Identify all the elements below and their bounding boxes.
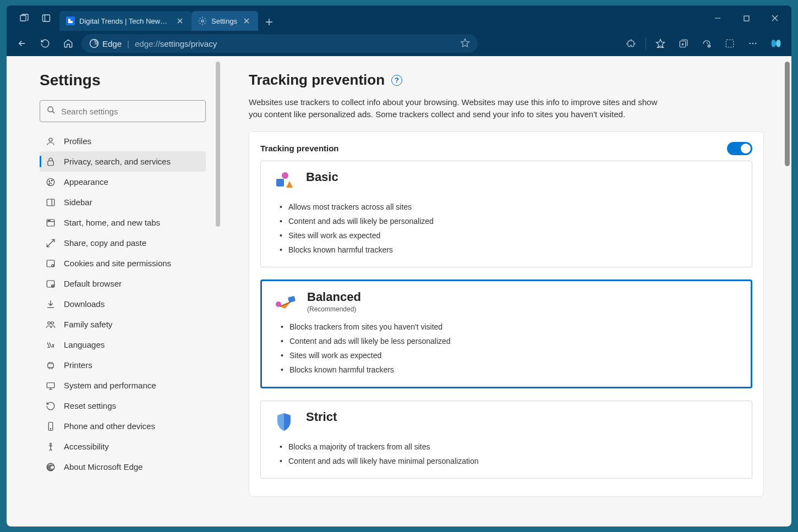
nav-icon <box>45 278 56 289</box>
nav-icon <box>45 258 56 269</box>
sidebar-item-downloads[interactable]: Downloads <box>40 294 206 314</box>
nav-icon <box>45 177 56 188</box>
tracking-option-basic[interactable]: BasicAllows most trackers across all sit… <box>260 161 752 267</box>
sidebar-item-system-and-performance[interactable]: System and performance <box>40 375 206 396</box>
sidebar-item-sidebar[interactable]: Sidebar <box>40 192 206 212</box>
toolbar: Edge | edge://settings/privacy <box>7 31 791 56</box>
sidebar-item-default-browser[interactable]: Default browser <box>40 273 206 294</box>
dt-favicon-icon <box>66 17 75 25</box>
address-bar[interactable]: Edge | edge://settings/privacy <box>81 34 478 53</box>
option-bullets: Blocks a majority of trackers from all s… <box>272 440 741 468</box>
title-bar: Digital Trends | Tech News, Revie Settin… <box>7 6 791 31</box>
home-button[interactable] <box>58 34 78 53</box>
sidebar-item-share-copy-and-paste[interactable]: Share, copy and paste <box>40 233 206 253</box>
nav-icon <box>45 401 56 412</box>
sidebar-item-accessibility[interactable]: Accessibility <box>40 436 206 457</box>
basic-icon <box>272 170 296 194</box>
sidebar-item-languages[interactable]: Languages <box>40 334 206 355</box>
tab-title: Settings <box>211 17 237 25</box>
sidebar-item-profiles[interactable]: Profiles <box>40 131 206 151</box>
svg-point-18 <box>49 180 50 182</box>
extensions-icon[interactable] <box>621 34 641 53</box>
svg-rect-39 <box>276 179 284 187</box>
address-app-label: Edge <box>102 39 122 48</box>
address-separator: | <box>127 39 129 48</box>
nav-label: Profiles <box>64 136 91 146</box>
nav-icon <box>45 299 56 310</box>
sidebar-item-privacy-search-and-services[interactable]: Privacy, search, and services <box>40 151 206 172</box>
favorites-icon[interactable] <box>651 34 670 53</box>
nav-label: System and performance <box>64 381 156 390</box>
settings-search[interactable] <box>40 100 206 122</box>
vertical-tabs-icon[interactable] <box>37 9 55 27</box>
svg-point-40 <box>276 301 281 307</box>
svg-point-30 <box>48 321 51 324</box>
svg-point-11 <box>750 43 751 44</box>
close-window-button[interactable] <box>763 9 787 27</box>
refresh-button[interactable] <box>35 34 55 53</box>
nav-icon <box>45 462 56 473</box>
nav-icon <box>45 217 56 228</box>
balanced-icon <box>273 290 297 314</box>
browser-window: Digital Trends | Tech News, Revie Settin… <box>7 6 791 526</box>
svg-point-38 <box>282 172 288 179</box>
sidebar-item-about-microsoft-edge[interactable]: About Microsoft Edge <box>40 457 206 477</box>
option-bullet: Content and ads will likely have minimal… <box>280 454 741 468</box>
tab-settings[interactable]: Settings <box>192 11 258 31</box>
help-icon[interactable]: ? <box>391 75 402 86</box>
sidebar-item-reset-settings[interactable]: Reset settings <box>40 396 206 416</box>
svg-point-31 <box>51 321 54 324</box>
option-bullet: Blocks known harmful trackers <box>281 363 740 377</box>
settings-sidebar: Settings ProfilesPrivacy, search, and se… <box>7 56 221 526</box>
nav-icon <box>45 380 56 391</box>
nav-icon <box>45 421 56 432</box>
close-tab-icon[interactable] <box>175 16 185 26</box>
more-menu-icon[interactable] <box>743 34 763 53</box>
sidebar-item-phone-and-other-devices[interactable]: Phone and other devices <box>40 416 206 436</box>
sidebar-scrollbar[interactable] <box>216 62 220 227</box>
sidebar-item-family-safety[interactable]: Family safety <box>40 314 206 334</box>
tracking-option-balanced[interactable]: Balanced(Recommended)Blocks trackers fro… <box>260 279 752 388</box>
favorite-star-icon[interactable] <box>460 38 470 50</box>
option-bullets: Allows most trackers across all sitesCon… <box>272 200 741 257</box>
main-scrollbar[interactable] <box>785 62 790 166</box>
strict-icon <box>272 410 296 434</box>
close-tab-icon[interactable] <box>242 16 252 26</box>
sidebar-item-cookies-and-site-permissions[interactable]: Cookies and site permissions <box>40 253 206 273</box>
tab-title: Digital Trends | Tech News, Revie <box>79 17 171 25</box>
settings-search-input[interactable] <box>61 107 199 116</box>
nav-label: Family safety <box>64 320 112 329</box>
option-bullet: Content and ads will likely be personali… <box>280 214 741 228</box>
nav-label: Cookies and site permissions <box>64 259 171 268</box>
maximize-button[interactable] <box>734 9 758 27</box>
collections-icon[interactable] <box>674 34 693 53</box>
back-button[interactable] <box>12 34 32 53</box>
sidebar-item-appearance[interactable]: Appearance <box>40 172 206 192</box>
option-bullet: Sites will work as expected <box>281 348 740 363</box>
minimize-button[interactable] <box>706 9 730 27</box>
nav-label: Reset settings <box>64 401 116 410</box>
svg-rect-33 <box>47 382 54 387</box>
performance-icon[interactable] <box>697 34 717 53</box>
sidebar-item-start-home-and-new-tabs[interactable]: Start, home, and new tabs <box>40 212 206 233</box>
svg-rect-10 <box>726 40 734 47</box>
option-bullets: Blocks trackers from sites you haven't v… <box>273 320 740 377</box>
copilot-icon[interactable] <box>766 34 786 53</box>
option-bullet: Sites will work as expected <box>280 228 741 243</box>
tab-digital-trends[interactable]: Digital Trends | Tech News, Revie <box>59 11 192 31</box>
tracking-prevention-toggle[interactable] <box>727 142 752 155</box>
tab-strip: Digital Trends | Tech News, Revie Settin… <box>59 6 278 31</box>
nav-icon <box>45 319 56 330</box>
sidebar-item-printers[interactable]: Printers <box>40 355 206 375</box>
tracking-option-strict[interactable]: StrictBlocks a majority of trackers from… <box>260 401 752 479</box>
nav-label: About Microsoft Edge <box>64 462 143 471</box>
nav-icon <box>45 441 56 452</box>
svg-rect-0 <box>20 15 26 21</box>
screenshot-icon[interactable] <box>720 34 740 53</box>
nav-label: Appearance <box>64 177 108 187</box>
tab-actions-icon[interactable] <box>15 9 33 27</box>
svg-rect-41 <box>288 295 296 303</box>
settings-nav: ProfilesPrivacy, search, and servicesApp… <box>40 131 206 477</box>
new-tab-button[interactable] <box>260 13 278 31</box>
svg-rect-26 <box>47 260 54 267</box>
